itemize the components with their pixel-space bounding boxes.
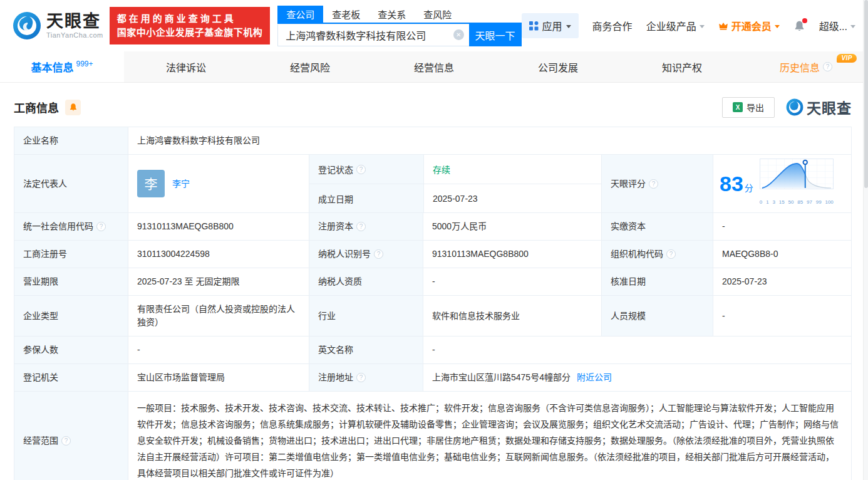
reg-authority-value: 宝山区市场监督管理局 xyxy=(128,364,309,391)
clear-search-icon[interactable]: ✕ xyxy=(453,29,464,40)
notifications-button[interactable] xyxy=(793,20,805,32)
help-icon[interactable]: ? xyxy=(823,62,832,71)
reg-capital-value: 5000万人民币 xyxy=(423,213,601,240)
legal-rep-avatar[interactable]: 李 xyxy=(137,170,165,197)
business-term-label: 营业期限 xyxy=(14,268,128,295)
table-row: 登记机关 宝山区市场监督管理局 注册地址? 上海市宝山区蕰川路5475号4幢部分… xyxy=(14,363,851,391)
help-icon[interactable]: ? xyxy=(61,436,71,446)
top-nav: 应用 商务合作 企业级产品 开通会员 超级... xyxy=(522,13,855,38)
tab-history-info[interactable]: VIP 历史信息 ? xyxy=(744,51,868,82)
search-tab-boss[interactable]: 查老板 xyxy=(323,6,369,23)
company-name-label: 企业名称 xyxy=(14,127,128,154)
apps-menu-button[interactable]: 应用 xyxy=(522,13,579,38)
slogan-line1: 都在用的商业查询工具 xyxy=(117,12,263,26)
table-row: 企业类型 有限责任公司（自然人投资或控股的法人独资） 行业 软件和信息技术服务业… xyxy=(14,295,851,336)
tianyancha-logo[interactable]: 天眼查 TianYanCha.com xyxy=(13,11,103,40)
table-row: 企业名称 上海鸿睿数科数字科技有限公司 xyxy=(14,127,851,154)
nav-open-vip[interactable]: 开通会员 xyxy=(718,18,780,33)
taxpayer-id-value: 91310113MAEQG8B800 xyxy=(423,241,601,268)
tab-operation-risk[interactable]: 经营风险 xyxy=(248,51,372,82)
reg-status-value: 存续 xyxy=(423,155,601,184)
account-menu[interactable]: 超级... xyxy=(819,18,855,33)
help-icon[interactable]: ? xyxy=(356,222,366,231)
notification-dot xyxy=(802,18,807,23)
chevron-down-icon xyxy=(700,25,705,28)
status-date-subgrid: 登记状态? 存续 成立日期 2025-07-23 xyxy=(309,155,601,212)
monitor-bell-button[interactable] xyxy=(65,100,81,115)
tianyancha-logo-icon xyxy=(13,11,41,40)
export-button[interactable]: X 导出 xyxy=(722,97,775,118)
crown-icon xyxy=(718,21,728,30)
legal-rep-label: 法定代表人 xyxy=(14,155,128,212)
taxpayer-quality-value: - xyxy=(423,268,601,295)
search-tab-company[interactable]: 查公司 xyxy=(277,6,323,23)
score-label: 天眼评分? xyxy=(601,155,713,212)
search-button[interactable]: 天眼一下 xyxy=(469,24,522,46)
scrollbar-thumb[interactable] xyxy=(864,0,868,188)
brand-name: 天眼查 xyxy=(46,13,103,30)
establish-date-value: 2025-07-23 xyxy=(423,184,601,212)
english-name-label: 英文名称 xyxy=(309,337,423,363)
table-row: 经营范围? 一般项目：技术服务、技术开发、技术咨询、技术交流、技术转让、技术推广… xyxy=(14,391,851,480)
reg-address-value: 上海市宝山区蕰川路5475号4幢部分 xyxy=(432,371,571,384)
table-row: 营业期限 2025-07-23 至 无固定期限 纳税人资质 - 核准日期 202… xyxy=(14,268,851,295)
tab-company-development[interactable]: 公司发展 xyxy=(496,51,620,82)
org-code-value: MAEQG8B8-0 xyxy=(713,241,851,268)
establish-date-label: 成立日期 xyxy=(309,184,423,212)
table-row: 法定代表人 李 李宁 登记状态? 存续 成立日期 2025-07-23 天眼评分… xyxy=(14,154,851,212)
nav-enterprise-products[interactable]: 企业级产品 xyxy=(646,18,705,33)
reg-address-cell: 上海市宝山区蕰川路5475号4幢部分 附近公司 xyxy=(423,364,851,391)
english-name-value: - xyxy=(423,337,851,363)
help-icon[interactable]: ? xyxy=(356,165,366,174)
nearby-companies-link[interactable]: 附近公司 xyxy=(577,371,612,384)
scrollbar[interactable] xyxy=(863,0,868,480)
chevron-down-icon xyxy=(850,25,855,28)
section-title: 工商信息 xyxy=(14,99,59,115)
company-type-value: 有限责任公司（自然人投资或控股的法人独资） xyxy=(128,296,309,336)
legal-rep-link[interactable]: 李宁 xyxy=(172,177,190,190)
search-tab-relation[interactable]: 查关系 xyxy=(369,6,415,23)
search-box: ✕ xyxy=(277,24,468,46)
insured-count-value: - xyxy=(128,337,309,363)
help-icon[interactable]: ? xyxy=(96,222,106,231)
vip-badge: VIP xyxy=(837,54,857,63)
search-area: 查公司 查老板 查关系 查风险 ✕ 天眼一下 xyxy=(277,6,521,46)
business-info-table: 企业名称 上海鸿睿数科数字科技有限公司 法定代表人 李 李宁 登记状态? 存续 … xyxy=(14,127,852,480)
reg-status-label: 登记状态? xyxy=(309,155,423,184)
tab-operation-info[interactable]: 经营信息 xyxy=(372,51,496,82)
brand-domain: TianYanCha.com xyxy=(46,31,103,39)
approval-date-label: 核准日期 xyxy=(601,268,713,295)
apps-label: 应用 xyxy=(542,18,562,33)
reg-authority-label: 登记机关 xyxy=(14,364,128,391)
paid-capital-label: 实缴资本 xyxy=(601,213,713,240)
tab-basic-info[interactable]: 基本信息 999+ xyxy=(0,51,124,82)
tab-legal-proceedings[interactable]: 法律诉讼 xyxy=(124,51,248,82)
bell-icon xyxy=(69,103,78,112)
search-input[interactable] xyxy=(286,29,453,41)
help-icon[interactable]: ? xyxy=(356,373,366,382)
business-scope-value: 一般项目：技术服务、技术开发、技术咨询、技术交流、技术转让、技术推广；软件开发；… xyxy=(128,392,851,480)
basic-info-count-badge: 999+ xyxy=(76,60,93,68)
insured-count-label: 参保人数 xyxy=(14,337,128,363)
slogan-line2: 国家中小企业发展子基金旗下机构 xyxy=(117,26,263,39)
reg-address-label: 注册地址? xyxy=(309,364,423,391)
tianyancha-watermark: 天眼查 xyxy=(786,97,852,118)
help-icon[interactable]: ? xyxy=(666,249,676,259)
reg-capital-label: 注册资本? xyxy=(309,213,423,240)
paid-capital-value: - xyxy=(713,213,851,240)
score-distribution-chart: 0131550859799100 xyxy=(760,159,834,209)
apps-grid-icon xyxy=(529,21,539,31)
table-row: 参保人数 - 英文名称 - xyxy=(14,336,851,363)
credit-code-value: 91310113MAEQG8B800 xyxy=(128,213,309,240)
help-icon[interactable]: ? xyxy=(374,249,383,259)
search-tab-risk[interactable]: 查风险 xyxy=(415,6,460,23)
company-name-value: 上海鸿睿数科数字科技有限公司 xyxy=(128,127,851,154)
nav-business-cooperation[interactable]: 商务合作 xyxy=(592,18,633,33)
table-row: 工商注册号 310113004224598 纳税人识别号? 91310113MA… xyxy=(14,240,851,268)
business-term-value: 2025-07-23 至 无固定期限 xyxy=(128,268,309,295)
approval-date-value: 2025-07-23 xyxy=(713,268,851,295)
score-cell: 83分 xyxy=(713,155,851,212)
tab-intellectual-property[interactable]: 知识产权 xyxy=(620,51,744,82)
help-icon[interactable]: ? xyxy=(649,179,658,189)
company-type-label: 企业类型 xyxy=(14,296,128,336)
